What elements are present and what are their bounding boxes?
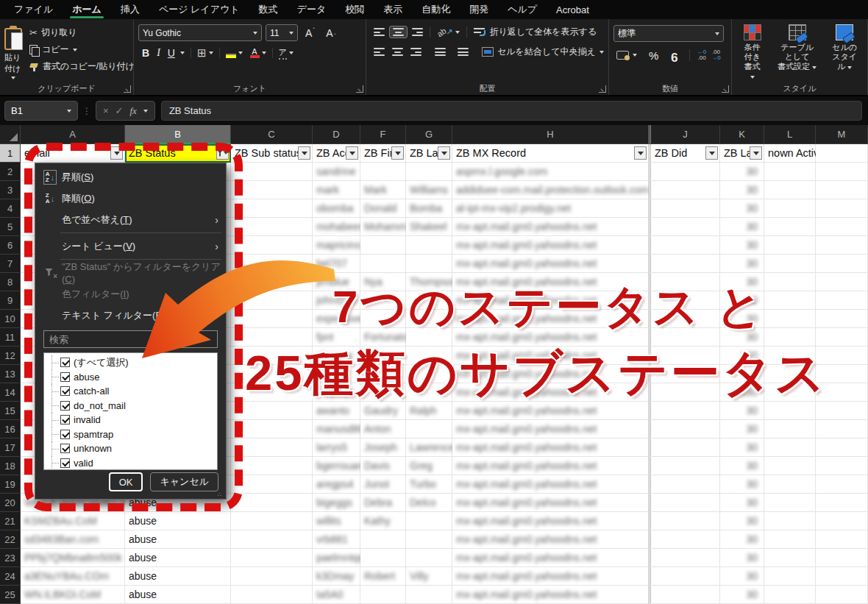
cell-L21[interactable] (764, 512, 816, 530)
header-cell-M[interactable] (816, 144, 868, 163)
cell-F21[interactable]: Kathy (360, 512, 406, 530)
column-header-J[interactable]: J (649, 125, 720, 144)
filter-value-invalid[interactable]: invalid (51, 413, 217, 427)
cell-C23[interactable] (231, 549, 313, 567)
cell-G6[interactable] (406, 236, 452, 255)
header-cell-D[interactable]: ZB Acc (313, 144, 360, 163)
row-header-24[interactable]: 24 (0, 567, 21, 586)
cell-D19[interactable]: aregps4 (313, 475, 360, 494)
cell-L5[interactable] (764, 218, 816, 236)
cell-C18[interactable] (231, 457, 313, 475)
cell-H7[interactable]: mx-apt.mail.gm0.yahoodns.net (452, 255, 649, 273)
column-header-C[interactable]: C (231, 125, 313, 144)
cell-C4[interactable] (231, 199, 313, 218)
insert-function-icon[interactable]: fx (130, 105, 137, 117)
cell-H5[interactable]: mx-apt.mail.gm0.yahoodns.net (452, 218, 649, 236)
increase-decimal-button[interactable]: ←0.00 (697, 49, 706, 61)
cell-F18[interactable]: Davis (360, 457, 406, 475)
cell-B21[interactable]: abuse (125, 512, 231, 530)
cell-G16[interactable] (406, 420, 452, 438)
row-header-17[interactable]: 17 (0, 438, 21, 457)
checkbox-checked-icon[interactable] (60, 401, 70, 411)
merge-center-button[interactable]: セルを結合して中央揃え (479, 45, 607, 59)
cell-C25[interactable] (231, 586, 313, 604)
cell-F22[interactable] (360, 530, 406, 549)
ribbon-tab-6[interactable]: 校閲 (335, 0, 374, 19)
cell-H3[interactable]: addidsee-com.mail.protection.outlook.com (452, 181, 649, 199)
select-all-corner[interactable] (0, 125, 21, 144)
cell-G21[interactable] (406, 512, 452, 530)
cell-D17[interactable]: larrys5 (313, 438, 360, 457)
cell-C8[interactable] (231, 273, 313, 291)
ribbon-tab-9[interactable]: 開発 (460, 0, 498, 19)
cell-M20[interactable] (816, 494, 868, 512)
row-header-21[interactable]: 21 (0, 512, 21, 530)
cell-D22[interactable]: vrb881 (313, 530, 360, 549)
copy-button[interactable]: コピー (26, 43, 138, 57)
cell-J23[interactable] (649, 549, 720, 567)
cell-A22[interactable]: sd3483Ban.com (21, 530, 125, 549)
cell-L24[interactable] (764, 567, 816, 586)
cell-K25[interactable]: 30 (720, 586, 764, 604)
cell-F20[interactable]: Debra (360, 494, 406, 512)
cell-G3[interactable]: Williams (406, 181, 452, 199)
filter-dropdown-button[interactable] (391, 146, 404, 160)
cell-G5[interactable]: Shakeel (406, 218, 452, 236)
cut-button[interactable]: 切り取り (26, 26, 138, 40)
checkbox-checked-icon[interactable] (60, 444, 70, 453)
format-painter-button[interactable]: 書式のコピー/貼り付け (26, 60, 138, 74)
ribbon-tab-4[interactable]: 数式 (249, 0, 288, 19)
checkbox-checked-icon[interactable] (60, 386, 70, 396)
row-header-18[interactable]: 18 (0, 457, 21, 475)
cell-F19[interactable]: Junot (360, 475, 406, 494)
header-cell-K[interactable]: ZB Last (720, 144, 764, 163)
cell-M9[interactable] (816, 291, 868, 310)
row-header-12[interactable]: 12 (0, 347, 21, 365)
filter-value-do-not-mail[interactable]: do_not_mail (51, 399, 217, 413)
conditional-formatting-button[interactable]: 条件付き書式 (736, 23, 768, 83)
row-header-15[interactable]: 15 (0, 402, 21, 420)
cell-F2[interactable] (360, 163, 406, 181)
column-header-F[interactable]: F (360, 125, 406, 144)
column-header-G[interactable]: G (406, 125, 452, 144)
cell-G24[interactable]: Villy (406, 567, 452, 586)
cell-H24[interactable]: mx-apt.mail.gm0.yahoodns.net (452, 567, 649, 586)
cell-G7[interactable] (406, 255, 452, 273)
cell-D6[interactable]: mapricino (313, 236, 360, 255)
row-header-19[interactable]: 19 (0, 475, 21, 494)
cell-K2[interactable]: 30 (720, 163, 764, 181)
cell-J3[interactable] (649, 181, 720, 199)
number-dialog-launcher[interactable] (722, 85, 729, 93)
cell-G2[interactable] (406, 163, 452, 181)
cell-K3[interactable]: 30 (720, 181, 764, 199)
cell-C3[interactable] (231, 181, 313, 199)
cell-F3[interactable]: Mark (360, 181, 406, 199)
format-as-table-button[interactable]: テーブルとして書式設定 (772, 23, 822, 83)
cell-M8[interactable] (816, 273, 868, 291)
menu-item-filter-by-color[interactable]: 色フィルター(I)› (35, 283, 226, 305)
filter-dropdown-button[interactable] (110, 146, 123, 160)
cell-C22[interactable] (231, 530, 313, 549)
cell-C16[interactable] (231, 420, 313, 438)
row-header-16[interactable]: 16 (0, 420, 21, 438)
cell-K20[interactable]: 30 (720, 494, 764, 512)
cell-H4[interactable]: al-ipt-mx-vip2.prodigy.net (452, 199, 649, 218)
cell-L18[interactable] (764, 457, 816, 475)
cell-L8[interactable] (764, 273, 816, 291)
cell-J5[interactable] (649, 218, 720, 236)
cell-G23[interactable] (406, 549, 452, 567)
cell-K4[interactable]: 30 (720, 199, 764, 218)
decrease-indent-button[interactable] (432, 46, 449, 57)
resize-grip[interactable]: ∴ (218, 491, 224, 497)
align-top-button[interactable] (371, 26, 388, 38)
filter-value-spamtrap[interactable]: spamtrap (51, 427, 217, 442)
cell-F4[interactable]: Donald (360, 199, 406, 218)
cell-L10[interactable] (764, 310, 816, 328)
header-cell-H[interactable]: ZB MX Record (452, 144, 649, 163)
row-header-23[interactable]: 23 (0, 549, 21, 567)
cell-B24[interactable]: abuse (125, 567, 231, 586)
filter-value--------[interactable]: (すべて選択) (51, 355, 217, 370)
filter-search-input[interactable] (43, 330, 218, 348)
cell-C9[interactable] (231, 291, 313, 310)
formula-input[interactable]: ZB Status (161, 101, 862, 121)
